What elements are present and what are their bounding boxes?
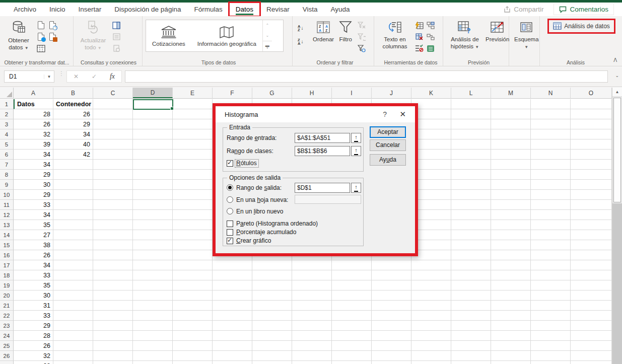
row-header-11[interactable]: 11 [0,200,14,210]
cell-E21[interactable] [173,301,213,311]
new-sheet-radio[interactable] [227,196,233,203]
cell-O12[interactable] [571,210,612,220]
cell-K18[interactable] [411,270,451,280]
cell-B11[interactable] [53,200,93,210]
cell-M13[interactable] [491,220,531,230]
cell-O21[interactable] [571,301,612,311]
cell-N8[interactable] [531,170,571,180]
cell-M19[interactable] [491,280,531,290]
cell-O26[interactable] [571,351,612,361]
cell-E11[interactable] [173,200,213,210]
row-header-2[interactable]: 2 [0,109,14,119]
cell-E19[interactable] [173,280,213,290]
cell-K23[interactable] [411,321,451,331]
cell-I27[interactable] [332,361,372,364]
cell-E22[interactable] [173,311,213,321]
cell-L26[interactable] [451,351,491,361]
cell-K20[interactable] [411,290,451,301]
row-header-20[interactable]: 20 [0,290,14,301]
cell-C20[interactable] [93,290,133,301]
cell-L24[interactable] [451,331,491,341]
labels-checkbox[interactable] [227,160,233,167]
row-header-1[interactable]: 1 [0,99,14,109]
cell-A8[interactable]: 29 [14,170,53,180]
cell-A17[interactable]: 34 [14,260,53,270]
cell-G23[interactable] [252,321,292,331]
cell-D7[interactable] [133,160,173,170]
cell-A7[interactable]: 34 [14,160,53,170]
cell-N7[interactable] [531,160,571,170]
cell-C27[interactable] [93,361,133,364]
gallery-down-icon[interactable]: ⌄ [263,30,272,40]
cell-N19[interactable] [531,280,571,290]
cell-N9[interactable] [531,180,571,190]
cell-M10[interactable] [491,190,531,200]
cell-B2[interactable]: 26 [53,109,93,119]
cell-E16[interactable] [173,250,213,260]
pareto-checkbox[interactable] [227,221,233,227]
cell-E8[interactable] [173,170,213,180]
row-header-27[interactable]: 27 [0,361,14,364]
bin-range-picker-icon[interactable]: ↑ [351,146,361,156]
cell-A18[interactable]: 33 [14,270,53,280]
row-header-18[interactable]: 18 [0,270,14,280]
cell-E5[interactable] [173,139,213,150]
cell-C11[interactable] [93,200,133,210]
row-header-21[interactable]: 21 [0,301,14,311]
cell-L20[interactable] [451,290,491,301]
cell-N1[interactable] [531,99,571,109]
cell-M5[interactable] [491,139,531,150]
cell-N24[interactable] [531,331,571,341]
cell-L8[interactable] [451,170,491,180]
column-header-N[interactable]: N [531,88,571,98]
cell-C24[interactable] [93,331,133,341]
insert-function-icon[interactable]: fx [103,72,121,81]
cell-A1[interactable]: Datos [14,99,53,109]
cell-C14[interactable] [93,230,133,240]
cell-O14[interactable] [571,230,612,240]
dialog-title-bar[interactable]: Histograma ? ✕ [216,106,415,122]
cell-C18[interactable] [93,270,133,280]
cell-N22[interactable] [531,311,571,321]
column-header-K[interactable]: K [411,88,451,98]
cell-D19[interactable] [133,280,173,290]
cell-E14[interactable] [173,230,213,240]
cell-A6[interactable]: 34 [14,150,53,160]
cell-B10[interactable] [53,190,93,200]
filter-button[interactable]: Filtro [336,19,355,57]
cell-E10[interactable] [173,190,213,200]
labels-checkbox-label[interactable]: Rótulos [235,160,258,167]
cell-C8[interactable] [93,170,133,180]
cell-E7[interactable] [173,160,213,170]
cell-F25[interactable] [213,341,252,351]
cell-L1[interactable] [451,99,491,109]
cell-M11[interactable] [491,200,531,210]
cell-N17[interactable] [531,260,571,270]
cell-H26[interactable] [292,351,332,361]
cell-I19[interactable] [332,280,372,290]
cell-L7[interactable] [451,160,491,170]
cell-F22[interactable] [213,311,252,321]
cell-F27[interactable] [213,361,252,364]
cell-A21[interactable]: 31 [14,301,53,311]
cell-E3[interactable] [173,119,213,129]
cell-B24[interactable] [53,331,93,341]
help-icon[interactable]: ? [383,110,387,118]
consolidate-icon[interactable] [426,21,435,30]
cell-D17[interactable] [133,260,173,270]
cell-C9[interactable] [93,180,133,190]
row-header-16[interactable]: 16 [0,250,14,260]
cell-E4[interactable] [173,129,213,139]
column-header-B[interactable]: B [53,88,93,98]
cell-D1[interactable] [133,99,173,109]
cell-C10[interactable] [93,190,133,200]
cell-F21[interactable] [213,301,252,311]
cell-L18[interactable] [451,270,491,280]
reapply-filter-icon[interactable] [357,32,366,41]
cell-G22[interactable] [252,311,292,321]
cell-D6[interactable] [133,150,173,160]
cell-C15[interactable] [93,240,133,250]
cell-B25[interactable] [53,341,93,351]
relationships-icon[interactable] [426,32,435,41]
cell-C5[interactable] [93,139,133,150]
